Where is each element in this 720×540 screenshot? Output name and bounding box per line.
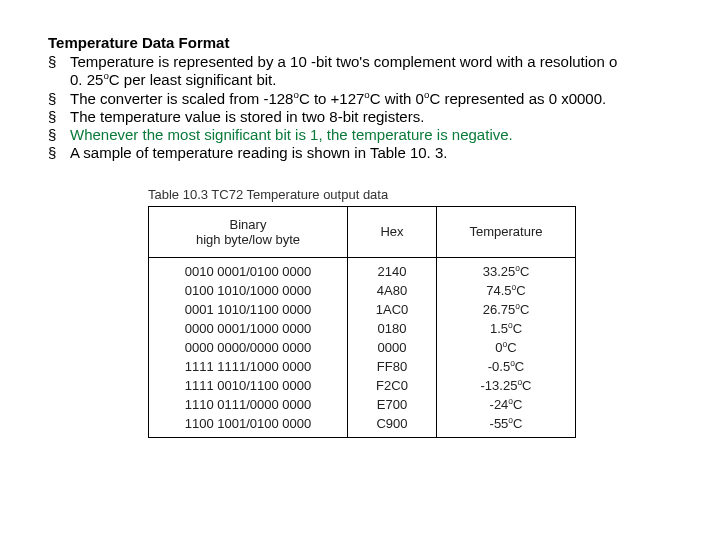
table-row: 0000 0001/1000 000001801.5oC — [149, 319, 576, 338]
table-header: Binary high byte/low byte — [149, 206, 348, 257]
bullet-text: C per least significant bit. — [109, 71, 277, 88]
temperature-table: Binary high byte/low byte Hex Temperatur… — [148, 206, 576, 438]
table-body: 0010 0001/0100 0000214033.25oC0100 1010/… — [149, 257, 576, 437]
temp-value: 74.5 — [486, 283, 511, 298]
temp-unit: C — [520, 264, 529, 279]
table-header: Temperature — [437, 206, 576, 257]
cell-hex: F2C0 — [348, 376, 437, 395]
cell-binary: 0100 1010/1000 0000 — [149, 281, 348, 300]
cell-temperature: 0oC — [437, 338, 576, 357]
temp-unit: C — [516, 283, 525, 298]
table-header: Hex — [348, 206, 437, 257]
slide-content: Temperature Data Format Temperature is r… — [0, 0, 720, 438]
temp-value: -0.5 — [488, 359, 510, 374]
temp-unit: C — [507, 340, 516, 355]
table-row: 1111 0010/1100 0000F2C0-13.25oC — [149, 376, 576, 395]
bullet-text: 0. 25 — [70, 71, 103, 88]
cell-hex: 1AC0 — [348, 300, 437, 319]
bullet-text: C to +127 — [299, 90, 364, 107]
cell-hex: 0000 — [348, 338, 437, 357]
cell-temperature: -0.5oC — [437, 357, 576, 376]
header-text: Temperature — [470, 224, 543, 239]
temp-value: 33.25 — [483, 264, 516, 279]
cell-binary: 1100 1001/0100 0000 — [149, 414, 348, 438]
cell-temperature: 26.75oC — [437, 300, 576, 319]
cell-temperature: -13.25oC — [437, 376, 576, 395]
cell-hex: 4A80 — [348, 281, 437, 300]
temp-value: -13.25 — [481, 378, 518, 393]
bullet-text: The temperature value is stored in two 8… — [70, 108, 424, 125]
bullet-text: The converter is scaled from -128 — [70, 90, 293, 107]
temp-unit: C — [522, 378, 531, 393]
table-row: 0000 0000/0000 000000000oC — [149, 338, 576, 357]
header-text: high byte/low byte — [196, 232, 300, 247]
cell-temperature: 33.25oC — [437, 257, 576, 281]
bullet-text-highlight: Whenever the most significant bit is 1, … — [70, 126, 513, 143]
table-row: 0100 1010/1000 00004A8074.5oC — [149, 281, 576, 300]
cell-binary: 1110 0111/0000 0000 — [149, 395, 348, 414]
temp-unit: C — [513, 321, 522, 336]
temp-value: 1.5 — [490, 321, 508, 336]
temp-unit: C — [520, 302, 529, 317]
cell-hex: 0180 — [348, 319, 437, 338]
table-container: Table 10.3 TC72 Temperature output data … — [148, 187, 720, 438]
cell-hex: FF80 — [348, 357, 437, 376]
temp-value: 26.75 — [483, 302, 516, 317]
bullet-text: A sample of temperature reading is shown… — [70, 144, 447, 161]
temp-unit: C — [513, 416, 522, 431]
cell-binary: 0000 0000/0000 0000 — [149, 338, 348, 357]
table-row: 0010 0001/0100 0000214033.25oC — [149, 257, 576, 281]
cell-binary: 0010 0001/0100 0000 — [149, 257, 348, 281]
bullet-item: Whenever the most significant bit is 1, … — [48, 126, 720, 144]
cell-temperature: -24oC — [437, 395, 576, 414]
bullet-item: A sample of temperature reading is shown… — [48, 144, 720, 162]
bullet-text: C represented as 0 x0000. — [429, 90, 606, 107]
table-row: 0001 1010/1100 00001AC026.75oC — [149, 300, 576, 319]
bullet-item: The temperature value is stored in two 8… — [48, 108, 720, 126]
temp-value: -55 — [490, 416, 509, 431]
table-caption: Table 10.3 TC72 Temperature output data — [148, 187, 720, 202]
cell-binary: 0001 1010/1100 0000 — [149, 300, 348, 319]
cell-binary: 0000 0001/1000 0000 — [149, 319, 348, 338]
temp-value: 0 — [495, 340, 502, 355]
bullet-list: Temperature is represented by a 10 -bit … — [48, 53, 720, 163]
temp-unit: C — [513, 397, 522, 412]
table-row: 1110 0111/0000 0000E700-24oC — [149, 395, 576, 414]
temp-value: -24 — [490, 397, 509, 412]
cell-hex: C900 — [348, 414, 437, 438]
cell-temperature: 1.5oC — [437, 319, 576, 338]
header-text: Hex — [380, 224, 403, 239]
bullet-item: Temperature is represented by a 10 -bit … — [48, 53, 720, 90]
table-row: 1100 1001/0100 0000C900-55oC — [149, 414, 576, 438]
bullet-text: C with 0 — [370, 90, 424, 107]
header-text: Binary — [230, 217, 267, 232]
section-title: Temperature Data Format — [48, 34, 720, 51]
temp-unit: C — [515, 359, 524, 374]
bullet-item: The converter is scaled from -128oC to +… — [48, 90, 720, 108]
cell-temperature: 74.5oC — [437, 281, 576, 300]
cell-hex: 2140 — [348, 257, 437, 281]
cell-hex: E700 — [348, 395, 437, 414]
bullet-text: Temperature is represented by a 10 -bit … — [70, 53, 617, 70]
table-header-row: Binary high byte/low byte Hex Temperatur… — [149, 206, 576, 257]
cell-temperature: -55oC — [437, 414, 576, 438]
table-row: 1111 1111/1000 0000FF80-0.5oC — [149, 357, 576, 376]
cell-binary: 1111 1111/1000 0000 — [149, 357, 348, 376]
cell-binary: 1111 0010/1100 0000 — [149, 376, 348, 395]
